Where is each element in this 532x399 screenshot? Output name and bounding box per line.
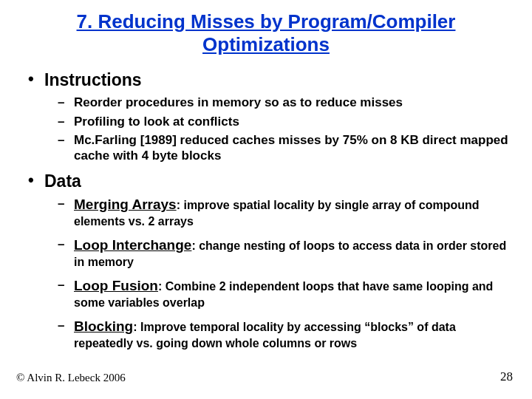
term: Merging Arrays (74, 197, 177, 212)
term: Blocking (74, 318, 133, 334)
slide-body: Instructions Reorder procedures in memor… (22, 69, 510, 351)
data-list: Merging Arrays: improve spatial locality… (44, 196, 510, 351)
section-heading: Instructions (44, 70, 142, 89)
slide: 7. Reducing Misses by Program/Compiler O… (0, 0, 532, 399)
top-list: Instructions Reorder procedures in memor… (22, 69, 510, 351)
footer-page-number: 28 (500, 369, 513, 384)
section-data: Data Merging Arrays: improve spatial loc… (27, 171, 510, 351)
list-item: Merging Arrays: improve spatial locality… (58, 196, 510, 229)
section-instructions: Instructions Reorder procedures in memor… (27, 69, 510, 163)
section-heading: Data (44, 171, 81, 191)
list-item: Profiling to look at conflicts (58, 114, 510, 129)
footer-copyright: © Alvin R. Lebeck 2006 (16, 372, 126, 384)
list-item: Mc.Farling [1989] reduced caches misses … (58, 132, 510, 164)
instructions-list: Reorder procedures in memory so as to re… (44, 95, 510, 163)
term: Loop Interchange (74, 237, 191, 253)
list-item: Loop Fusion: Combine 2 independent loops… (58, 277, 510, 310)
list-item: Loop Interchange: change nesting of loop… (58, 236, 510, 270)
slide-title: 7. Reducing Misses by Program/Compiler O… (59, 10, 473, 56)
term: Loop Fusion (74, 278, 158, 293)
list-item: Reorder procedures in memory so as to re… (58, 95, 510, 110)
list-item: Blocking: Improve temporal locality by a… (58, 318, 510, 351)
